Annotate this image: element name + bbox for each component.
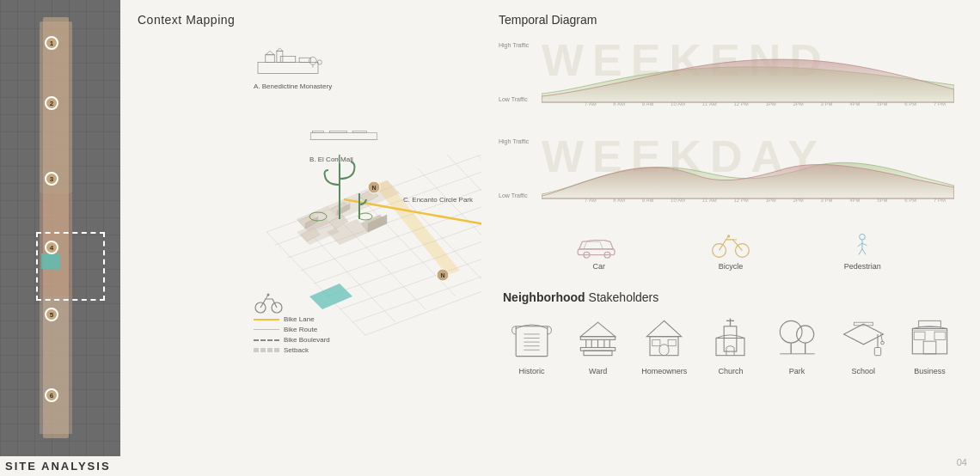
low-traffic-label: Low Traffic	[499, 96, 540, 102]
svg-rect-109	[914, 332, 925, 339]
weekday-chart-svg	[542, 134, 954, 203]
page-number: 04	[957, 457, 967, 467]
church-icon	[707, 314, 754, 362]
business-icon	[906, 314, 953, 362]
svg-marker-87	[647, 320, 682, 336]
weekend-y-labels: High Traffic Low Traffic	[499, 42, 540, 102]
map-nodes: 1 2 3 4 5 6	[0, 0, 120, 476]
pedestrian-label: Pedestrian	[844, 262, 881, 271]
svg-rect-111	[923, 341, 936, 354]
stakeholder-park: Park	[774, 314, 821, 375]
legend-bike-route-label: Bike Route	[284, 326, 317, 333]
svg-marker-2	[266, 51, 275, 54]
svg-point-60	[267, 294, 270, 296]
svg-rect-1	[266, 55, 275, 63]
car-icon	[573, 233, 625, 259]
legend-bike-route: Bike Route	[254, 326, 330, 333]
bicycle-icon	[705, 233, 756, 259]
svg-point-55	[309, 212, 327, 221]
stakeholders-title: Neighborhood Stakeholders	[503, 290, 959, 304]
legend-bike-lane-label: Bike Lane	[284, 315, 315, 323]
svg-rect-91	[668, 339, 676, 345]
site-analysis-label: SITE ANALYSIS	[0, 456, 120, 476]
stakeholder-church: Church	[707, 314, 754, 375]
node-6: 6	[45, 388, 58, 402]
svg-text:N: N	[440, 272, 444, 278]
bike-legend-icon	[254, 292, 284, 314]
business-label: Business	[914, 367, 946, 375]
node-1: 1	[45, 36, 58, 50]
transport-bicycle: Bicycle	[705, 233, 756, 271]
node-3: 3	[45, 172, 58, 186]
stakeholders-title-rest: Stakeholders	[585, 290, 659, 304]
landmark-a: A. Benedictine Monastery	[254, 47, 332, 90]
weekday-chart: WEEKDAY High Traffic Low Traffic 7 AM8 A…	[499, 130, 963, 216]
cactus-svg	[301, 146, 378, 223]
ward-label: Ward	[589, 367, 607, 375]
legend-bike-boulevard-label: Bike Boulevard	[284, 336, 330, 344]
svg-point-71	[860, 234, 866, 240]
stakeholders-grid: Historic Ward	[503, 314, 959, 375]
svg-rect-89	[659, 345, 669, 356]
historic-icon	[508, 314, 555, 362]
svg-rect-72	[516, 326, 548, 357]
weekday-x-labels: 7 AM8 AM9 AM10 AM11 AM 12 PM1PM2PM3 PM4P…	[585, 198, 946, 203]
stakeholder-business: Business	[906, 314, 953, 375]
transport-pedestrian: Pedestrian	[836, 233, 888, 271]
svg-point-69	[727, 235, 730, 237]
svg-rect-5	[277, 51, 283, 62]
stakeholder-school: School	[840, 314, 887, 375]
svg-rect-92	[725, 326, 738, 351]
weekday-y-labels: High Traffic Low Traffic	[499, 138, 540, 198]
right-panel: Temporal Diagram WEEKEND High Traffic Lo…	[481, 0, 980, 476]
map-panel: 1 2 3 4 5 6 SITE ANALYSIS	[0, 0, 120, 476]
park-icon	[774, 314, 821, 362]
high-traffic-label: High Traffic	[499, 42, 540, 48]
svg-rect-90	[652, 339, 660, 345]
svg-rect-79	[584, 351, 612, 356]
school-label: School	[852, 367, 876, 375]
svg-rect-95	[716, 339, 744, 356]
low-traffic-label-2: Low Traffic	[499, 192, 540, 198]
legend-bike-lane: Bike Lane	[254, 315, 330, 323]
bicycle-label: Bicycle	[719, 262, 744, 271]
car-label: Car	[592, 262, 605, 271]
weekend-x-labels: 7 AM8 AM9 AM10 AM11 AM 12 PM1PM2PM3 PM4P…	[585, 101, 946, 107]
ward-icon	[574, 314, 622, 362]
pedestrian-icon	[836, 233, 888, 259]
high-traffic-label-2: High Traffic	[499, 138, 540, 144]
landmark-c-label: C. Encanto Circle Park	[403, 196, 473, 204]
stakeholder-ward: Ward	[574, 314, 622, 375]
svg-point-7	[309, 57, 317, 64]
svg-rect-110	[934, 332, 946, 339]
stakeholder-historic: Historic	[508, 314, 555, 375]
svg-rect-0	[258, 63, 318, 74]
church-label: Church	[718, 367, 743, 375]
weekday-chart-area: 7 AM8 AM9 AM10 AM11 AM 12 PM1PM2PM3 PM4P…	[542, 134, 954, 203]
cactus-decoration	[301, 146, 370, 215]
legend-setback-label: Setback	[284, 346, 309, 354]
legend-setback: Setback	[254, 346, 330, 354]
svg-marker-6	[277, 48, 283, 52]
legend-bike-boulevard: Bike Boulevard	[254, 336, 330, 344]
svg-point-98	[796, 326, 813, 343]
stakeholder-homeowners: Homeowners	[640, 314, 688, 375]
map-legend: Bike Lane Bike Route Bike Boulevard Setb…	[254, 292, 330, 357]
node-5: 5	[45, 308, 58, 321]
svg-point-56	[358, 213, 372, 220]
weekend-chart-area: 7 AM8 AM9 AM10 AM11 AM 12 PM1PM2PM3 PM4P…	[542, 38, 954, 107]
transport-car: Car	[573, 233, 625, 271]
landmark-a-label: A. Benedictine Monastery	[254, 82, 332, 90]
monastery-icon	[254, 47, 322, 77]
weekend-chart-svg	[542, 38, 954, 107]
homeowners-icon	[640, 314, 688, 362]
homeowners-label: Homeowners	[641, 367, 687, 375]
node-2: 2	[45, 96, 58, 110]
transport-icons: Car Bicycle Pedestrian	[499, 226, 963, 278]
stakeholders-title-bold: Neighborhood	[503, 290, 585, 304]
park-label: Park	[789, 367, 805, 375]
svg-rect-81	[581, 337, 616, 340]
context-panel: Context Mapping A. Benedictine Monastery	[120, 0, 481, 476]
historic-label: Historic	[519, 367, 545, 375]
stakeholders-section: Neighborhood Stakeholders Historic	[499, 290, 963, 375]
